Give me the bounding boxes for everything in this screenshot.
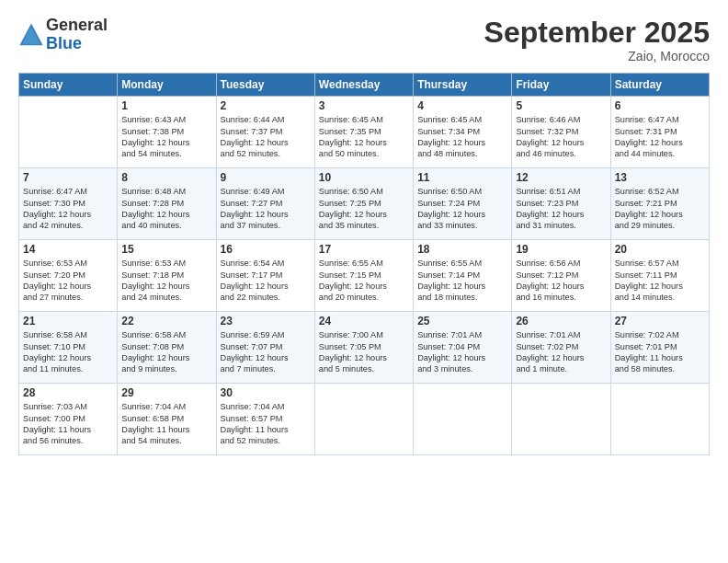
cell-content: Sunrise: 6:49 AM Sunset: 7:27 PM Dayligh…: [221, 186, 311, 232]
cell-content: Sunrise: 6:45 AM Sunset: 7:35 PM Dayligh…: [319, 114, 409, 160]
cell-content: Sunrise: 6:51 AM Sunset: 7:23 PM Dayligh…: [516, 186, 606, 232]
calendar-cell: 6Sunrise: 6:47 AM Sunset: 7:31 PM Daylig…: [610, 97, 709, 168]
cell-content: Sunrise: 7:03 AM Sunset: 7:00 PM Dayligh…: [23, 401, 113, 447]
calendar-cell: 21Sunrise: 6:58 AM Sunset: 7:10 PM Dayli…: [19, 312, 118, 384]
logo-blue-text: Blue: [46, 35, 108, 53]
calendar-cell: 27Sunrise: 7:02 AM Sunset: 7:01 PM Dayli…: [610, 312, 709, 384]
day-number: 6: [615, 99, 705, 112]
calendar-cell: 3Sunrise: 6:45 AM Sunset: 7:35 PM Daylig…: [314, 97, 413, 168]
logo: General Blue: [18, 17, 108, 53]
cell-content: Sunrise: 6:59 AM Sunset: 7:07 PM Dayligh…: [221, 329, 311, 375]
day-number: 14: [23, 243, 113, 256]
cell-content: Sunrise: 6:55 AM Sunset: 7:14 PM Dayligh…: [417, 258, 507, 304]
cell-content: Sunrise: 7:01 AM Sunset: 7:02 PM Dayligh…: [516, 329, 606, 375]
day-number: 24: [319, 315, 409, 327]
day-number: 15: [121, 243, 211, 256]
calendar-cell: 17Sunrise: 6:55 AM Sunset: 7:15 PM Dayli…: [314, 240, 413, 312]
calendar-cell: 19Sunrise: 6:56 AM Sunset: 7:12 PM Dayli…: [512, 240, 610, 312]
calendar-cell: 24Sunrise: 7:00 AM Sunset: 7:05 PM Dayli…: [314, 312, 413, 384]
day-number: 16: [221, 243, 311, 256]
calendar-cell: 13Sunrise: 6:52 AM Sunset: 7:21 PM Dayli…: [610, 168, 709, 240]
calendar-cell: 7Sunrise: 6:47 AM Sunset: 7:30 PM Daylig…: [19, 168, 118, 240]
calendar-cell: 29Sunrise: 7:04 AM Sunset: 6:58 PM Dayli…: [118, 384, 216, 455]
day-number: 9: [221, 171, 311, 184]
cell-content: Sunrise: 6:46 AM Sunset: 7:32 PM Dayligh…: [516, 114, 606, 160]
day-number: 28: [23, 386, 113, 399]
calendar-cell: 28Sunrise: 7:03 AM Sunset: 7:00 PM Dayli…: [19, 384, 118, 455]
col-thursday: Thursday: [414, 74, 512, 97]
day-number: 20: [615, 243, 705, 256]
logo-general-text: General: [46, 17, 108, 35]
cell-content: Sunrise: 6:44 AM Sunset: 7:37 PM Dayligh…: [221, 114, 311, 160]
cell-content: Sunrise: 6:50 AM Sunset: 7:25 PM Dayligh…: [319, 186, 409, 232]
calendar-cell: 11Sunrise: 6:50 AM Sunset: 7:24 PM Dayli…: [414, 168, 512, 240]
calendar-cell: 5Sunrise: 6:46 AM Sunset: 7:32 PM Daylig…: [512, 97, 610, 168]
day-number: 21: [23, 315, 113, 327]
day-number: 17: [319, 243, 409, 256]
cell-content: Sunrise: 7:00 AM Sunset: 7:05 PM Dayligh…: [319, 329, 409, 375]
day-number: 23: [221, 315, 311, 327]
cell-content: Sunrise: 6:50 AM Sunset: 7:24 PM Dayligh…: [417, 186, 507, 232]
calendar-cell: 4Sunrise: 6:45 AM Sunset: 7:34 PM Daylig…: [414, 97, 512, 168]
day-number: 19: [516, 243, 606, 256]
calendar-cell: [19, 97, 118, 168]
day-number: 11: [417, 171, 507, 184]
col-saturday: Saturday: [610, 74, 709, 97]
cell-content: Sunrise: 6:53 AM Sunset: 7:20 PM Dayligh…: [23, 258, 113, 304]
week-row-4: 28Sunrise: 7:03 AM Sunset: 7:00 PM Dayli…: [19, 384, 710, 455]
calendar-cell: 30Sunrise: 7:04 AM Sunset: 6:57 PM Dayli…: [216, 384, 314, 455]
cell-content: Sunrise: 6:58 AM Sunset: 7:08 PM Dayligh…: [121, 329, 211, 375]
col-monday: Monday: [118, 74, 216, 97]
day-number: 27: [615, 315, 705, 327]
calendar-cell: [414, 384, 512, 455]
day-number: 3: [319, 99, 409, 112]
day-number: 18: [417, 243, 507, 256]
week-row-0: 1Sunrise: 6:43 AM Sunset: 7:38 PM Daylig…: [19, 97, 710, 168]
calendar-cell: 26Sunrise: 7:01 AM Sunset: 7:02 PM Dayli…: [512, 312, 610, 384]
col-friday: Friday: [512, 74, 610, 97]
cell-content: Sunrise: 6:57 AM Sunset: 7:11 PM Dayligh…: [615, 258, 705, 304]
page: General Blue September 2025 Zaio, Morocc…: [0, 0, 728, 563]
cell-content: Sunrise: 6:47 AM Sunset: 7:30 PM Dayligh…: [23, 186, 113, 232]
title-block: September 2025 Zaio, Morocco: [484, 17, 710, 63]
cell-content: Sunrise: 7:02 AM Sunset: 7:01 PM Dayligh…: [615, 329, 705, 375]
calendar-cell: 22Sunrise: 6:58 AM Sunset: 7:08 PM Dayli…: [118, 312, 216, 384]
calendar-cell: 20Sunrise: 6:57 AM Sunset: 7:11 PM Dayli…: [610, 240, 709, 312]
day-number: 4: [417, 99, 507, 112]
calendar-cell: 2Sunrise: 6:44 AM Sunset: 7:37 PM Daylig…: [216, 97, 314, 168]
header-row: Sunday Monday Tuesday Wednesday Thursday…: [19, 74, 710, 97]
cell-content: Sunrise: 7:01 AM Sunset: 7:04 PM Dayligh…: [417, 329, 507, 375]
day-number: 2: [221, 99, 311, 112]
day-number: 29: [121, 386, 211, 399]
calendar-cell: 14Sunrise: 6:53 AM Sunset: 7:20 PM Dayli…: [19, 240, 118, 312]
cell-content: Sunrise: 6:48 AM Sunset: 7:28 PM Dayligh…: [121, 186, 211, 232]
calendar-cell: 1Sunrise: 6:43 AM Sunset: 7:38 PM Daylig…: [118, 97, 216, 168]
cell-content: Sunrise: 6:55 AM Sunset: 7:15 PM Dayligh…: [319, 258, 409, 304]
calendar-cell: 15Sunrise: 6:53 AM Sunset: 7:18 PM Dayli…: [118, 240, 216, 312]
day-number: 25: [417, 315, 507, 327]
month-title: September 2025: [484, 17, 710, 49]
calendar-cell: [610, 384, 709, 455]
day-number: 12: [516, 171, 606, 184]
cell-content: Sunrise: 7:04 AM Sunset: 6:58 PM Dayligh…: [121, 401, 211, 447]
col-tuesday: Tuesday: [216, 74, 314, 97]
calendar-cell: [314, 384, 413, 455]
week-row-2: 14Sunrise: 6:53 AM Sunset: 7:20 PM Dayli…: [19, 240, 710, 312]
logo-icon: [18, 22, 44, 48]
calendar-cell: 8Sunrise: 6:48 AM Sunset: 7:28 PM Daylig…: [118, 168, 216, 240]
cell-content: Sunrise: 6:43 AM Sunset: 7:38 PM Dayligh…: [121, 114, 211, 160]
cell-content: Sunrise: 6:58 AM Sunset: 7:10 PM Dayligh…: [23, 329, 113, 375]
calendar-cell: 23Sunrise: 6:59 AM Sunset: 7:07 PM Dayli…: [216, 312, 314, 384]
logo-text: General Blue: [46, 17, 108, 53]
calendar-cell: 9Sunrise: 6:49 AM Sunset: 7:27 PM Daylig…: [216, 168, 314, 240]
col-wednesday: Wednesday: [314, 74, 413, 97]
cell-content: Sunrise: 6:56 AM Sunset: 7:12 PM Dayligh…: [516, 258, 606, 304]
calendar-cell: 18Sunrise: 6:55 AM Sunset: 7:14 PM Dayli…: [414, 240, 512, 312]
calendar-cell: 12Sunrise: 6:51 AM Sunset: 7:23 PM Dayli…: [512, 168, 610, 240]
day-number: 10: [319, 171, 409, 184]
day-number: 30: [221, 386, 311, 399]
cell-content: Sunrise: 6:54 AM Sunset: 7:17 PM Dayligh…: [221, 258, 311, 304]
day-number: 13: [615, 171, 705, 184]
calendar-table: Sunday Monday Tuesday Wednesday Thursday…: [18, 73, 710, 455]
col-sunday: Sunday: [19, 74, 118, 97]
